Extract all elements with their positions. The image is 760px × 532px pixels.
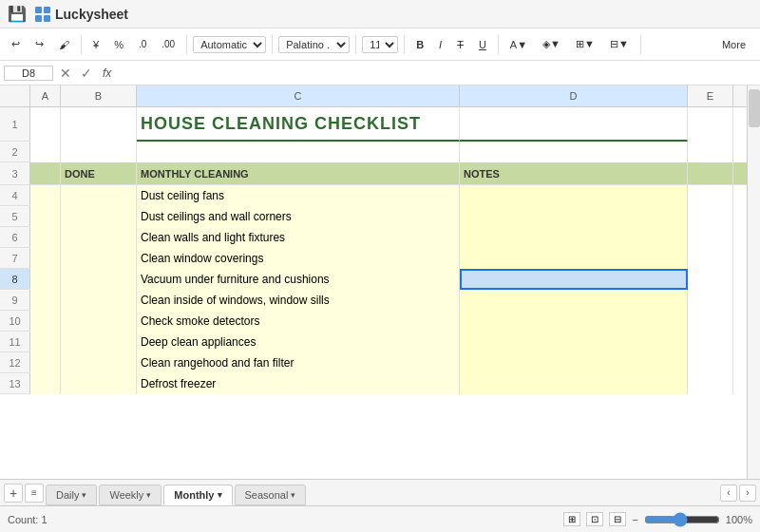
cell-d5[interactable] <box>460 206 688 227</box>
cell-b4[interactable] <box>61 185 137 206</box>
cell-d2[interactable] <box>460 142 688 162</box>
italic-button[interactable]: I <box>433 36 447 53</box>
cell-c6[interactable]: Clean walls and light fixtures <box>137 227 460 248</box>
cell-a13[interactable] <box>30 373 61 394</box>
col-header-c[interactable]: C <box>137 86 460 106</box>
underline-button[interactable]: U <box>473 36 492 53</box>
cell-a8[interactable] <box>30 269 61 290</box>
cell-b5[interactable] <box>61 206 137 227</box>
cell-b2[interactable] <box>61 142 137 162</box>
zoom-slider[interactable] <box>644 512 720 527</box>
font-size-select[interactable]: 11 <box>362 36 398 53</box>
cell-e4[interactable] <box>688 185 733 206</box>
cell-b3[interactable]: DONE <box>61 162 137 184</box>
cell-e2[interactable] <box>688 142 733 162</box>
cell-d9[interactable] <box>460 290 688 311</box>
cell-e13[interactable] <box>688 373 733 394</box>
cell-e11[interactable] <box>688 332 733 352</box>
cell-d8[interactable] <box>460 269 688 290</box>
cell-a2[interactable] <box>30 142 61 162</box>
cell-d10[interactable] <box>460 311 688 332</box>
font-select[interactable]: Palatino ... <box>278 36 350 53</box>
cell-d12[interactable] <box>460 352 688 373</box>
cell-b7[interactable] <box>61 248 137 269</box>
cell-c1[interactable]: HOUSE CLEANING CHECKLIST <box>137 107 460 142</box>
zoom-out-button[interactable]: − <box>632 514 637 525</box>
decimal-increase-button[interactable]: .00 <box>156 36 180 52</box>
sheet-nav-next[interactable]: › <box>739 484 756 502</box>
sheet-nav-prev[interactable]: ‹ <box>720 484 737 502</box>
formula-input[interactable] <box>119 66 756 80</box>
cell-e5[interactable] <box>688 206 733 227</box>
cell-b8[interactable] <box>61 269 137 290</box>
save-icon[interactable]: 💾 <box>8 5 27 23</box>
tab-daily[interactable]: Daily ▾ <box>46 484 97 505</box>
cell-c2[interactable] <box>137 142 460 162</box>
cell-e10[interactable] <box>688 311 733 332</box>
cell-c13[interactable]: Defrost freezer <box>137 373 460 394</box>
undo-button[interactable]: ↩ <box>6 35 26 53</box>
cell-e7[interactable] <box>688 248 733 269</box>
cell-b6[interactable] <box>61 227 137 248</box>
cell-a1[interactable] <box>30 107 61 142</box>
merge-button[interactable]: ⊟▼ <box>604 35 635 53</box>
page-view-button[interactable]: ⊡ <box>586 512 603 526</box>
add-sheet-button[interactable]: + <box>4 484 23 503</box>
currency-button[interactable]: ¥ <box>87 36 104 53</box>
cell-e8[interactable] <box>688 269 733 290</box>
cell-e6[interactable] <box>688 227 733 248</box>
cell-d1[interactable] <box>460 107 688 142</box>
cell-reference[interactable] <box>4 66 53 81</box>
bold-button[interactable]: B <box>410 36 429 53</box>
format-select[interactable]: Automatic <box>193 36 266 53</box>
cell-e9[interactable] <box>688 290 733 311</box>
cell-a5[interactable] <box>30 206 61 227</box>
full-view-button[interactable]: ⊟ <box>609 512 626 526</box>
tab-seasonal[interactable]: Seasonal ▾ <box>235 484 307 505</box>
font-color-button[interactable]: A▼ <box>504 36 533 53</box>
formula-confirm-button[interactable]: ✓ <box>78 66 95 81</box>
cell-c3[interactable]: MONTHLY CLEANING <box>137 162 460 184</box>
cell-a6[interactable] <box>30 227 61 248</box>
cell-d11[interactable] <box>460 332 688 352</box>
cell-b13[interactable] <box>61 373 137 394</box>
paint-format-button[interactable]: 🖌 <box>53 36 75 53</box>
vertical-scrollbar[interactable] <box>747 86 760 479</box>
cell-a3[interactable] <box>30 162 61 184</box>
cell-e12[interactable] <box>688 352 733 373</box>
cell-c7[interactable]: Clean window coverings <box>137 248 460 269</box>
normal-view-button[interactable]: ⊞ <box>563 512 580 526</box>
cell-a11[interactable] <box>30 332 61 352</box>
cell-b11[interactable] <box>61 332 137 352</box>
cell-e3[interactable] <box>688 162 733 184</box>
cell-c10[interactable]: Check smoke detectors <box>137 311 460 332</box>
col-header-a[interactable]: A <box>30 86 61 106</box>
cell-c5[interactable]: Dust ceilings and wall corners <box>137 206 460 227</box>
cell-c12[interactable]: Clean rangehood and fan filter <box>137 352 460 373</box>
cell-a12[interactable] <box>30 352 61 373</box>
cell-d6[interactable] <box>460 227 688 248</box>
formula-cancel-button[interactable]: ✕ <box>57 66 74 81</box>
strikethrough-button[interactable]: T <box>451 36 469 53</box>
col-header-d[interactable]: D <box>460 86 688 106</box>
cell-a10[interactable] <box>30 311 61 332</box>
cell-b10[interactable] <box>61 311 137 332</box>
percent-button[interactable]: % <box>108 36 129 53</box>
cell-b1[interactable] <box>61 107 137 142</box>
cell-d4[interactable] <box>460 185 688 206</box>
cell-c4[interactable]: Dust ceiling fans <box>137 185 460 206</box>
cell-c9[interactable]: Clean inside of windows, window sills <box>137 290 460 311</box>
cell-b9[interactable] <box>61 290 137 311</box>
more-button[interactable]: More <box>713 36 754 53</box>
cell-d3[interactable]: NOTES <box>460 162 688 184</box>
cell-c8[interactable]: Vacuum under furniture and cushions <box>137 269 460 290</box>
decimal-decrease-button[interactable]: .0 <box>133 36 152 52</box>
sheet-menu-button[interactable]: ≡ <box>25 484 44 503</box>
col-header-b[interactable]: B <box>61 86 137 106</box>
cell-a7[interactable] <box>30 248 61 269</box>
cell-c11[interactable]: Deep clean appliances <box>137 332 460 352</box>
cell-e1[interactable] <box>688 107 733 142</box>
col-header-e[interactable]: E <box>688 86 733 106</box>
cell-d13[interactable] <box>460 373 688 394</box>
scrollbar-thumb[interactable] <box>749 89 760 127</box>
